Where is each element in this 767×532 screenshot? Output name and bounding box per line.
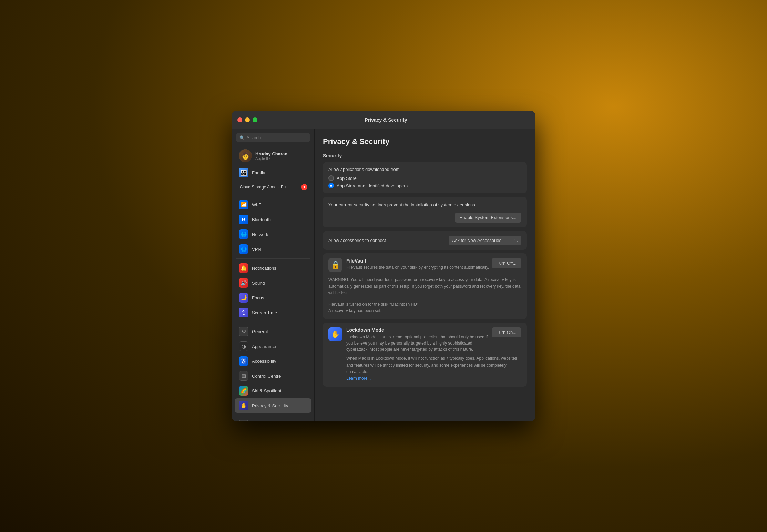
filevault-icon-area: 🔒 FileVault FileVault secures the data o… <box>328 258 489 272</box>
accessories-card: Allow accessories to connect Ask for New… <box>323 231 527 250</box>
title-bar: Privacy & Security <box>232 111 535 129</box>
sidebar-item-controlcentre[interactable]: ▤ Control Centre <box>235 369 311 383</box>
avatar: 🧑 <box>239 149 252 162</box>
filevault-icon: 🔒 <box>328 258 342 272</box>
sidebar-item-notifications[interactable]: 🔔 Notifications <box>235 261 311 275</box>
sidebar-item-privacy-label: Privacy & Security <box>252 403 288 408</box>
radio-developers-label: App Store and identified developers <box>337 183 408 188</box>
bluetooth-icon: B <box>239 215 248 224</box>
radio-appstore-btn[interactable] <box>328 175 334 181</box>
family-icon: 👨‍👩‍👧 <box>239 168 248 177</box>
siri-icon: 🌈 <box>239 386 248 396</box>
sidebar-item-privacy[interactable]: ✋ Privacy & Security <box>235 398 311 413</box>
filevault-header: 🔒 FileVault FileVault secures the data o… <box>323 253 527 277</box>
sidebar-item-accessibility-label: Accessibility <box>252 359 276 364</box>
sidebar-item-screentime-label: Screen Time <box>252 310 277 315</box>
radio-appstore[interactable]: App Store <box>328 175 521 181</box>
accessories-select[interactable]: Ask for New Accessories Automatically Wh… <box>449 236 521 245</box>
sidebar-divider-1 <box>236 195 310 195</box>
enable-extensions-button[interactable]: Enable System Extensions... <box>455 213 521 223</box>
user-profile[interactable]: 🧑 Hruday Charan Apple ID <box>235 146 311 165</box>
sidebar-item-appearance-label: Appearance <box>252 344 276 349</box>
sidebar-item-siri[interactable]: 🌈 Siri & Spotlight <box>235 383 311 398</box>
appearance-icon: ◑ <box>239 341 248 351</box>
allow-apps-title: Allow applications downloaded from <box>328 167 521 172</box>
accessories-label: Allow accessories to connect <box>328 238 386 243</box>
system-preferences-window: Privacy & Security 🔍 🧑 Hruday Char <box>232 111 535 421</box>
filevault-info: FileVault FileVault secures the data on … <box>346 258 489 270</box>
accessories-select-wrapper[interactable]: Ask for New Accessories Automatically Wh… <box>449 236 521 245</box>
filevault-status2: A recovery key has been set. <box>328 308 381 313</box>
privacy-icon: ✋ <box>239 401 248 410</box>
lockdown-turnon-button[interactable]: Turn On... <box>492 327 521 337</box>
desktop-icon: 🖥 <box>239 420 248 421</box>
lockdown-name: Lockdown Mode <box>346 327 492 333</box>
sound-icon: 🔊 <box>239 278 248 288</box>
lockdown-icon: ✋ <box>328 327 342 341</box>
general-icon: ⚙ <box>239 327 248 336</box>
sidebar-item-network[interactable]: 🌐 Network <box>235 227 311 242</box>
radio-appstore-developers[interactable]: App Store and identified developers <box>328 183 521 188</box>
filevault-status: FileVault is turned on for the disk "Mac… <box>323 301 527 319</box>
user-name: Hruday Charan <box>255 151 287 156</box>
sidebar-item-focus[interactable]: 🌙 Focus <box>235 290 311 305</box>
radio-developers-btn[interactable] <box>328 183 334 188</box>
main-panel: Privacy & Security Security Allow applic… <box>315 129 535 421</box>
focus-icon: 🌙 <box>239 293 248 303</box>
sidebar-item-general-label: General <box>252 329 268 334</box>
panel-title: Privacy & Security <box>323 137 527 146</box>
sidebar-item-bluetooth[interactable]: B Bluetooth <box>235 212 311 227</box>
lockdown-info: Lockdown Mode Lockdown Mode is an extrem… <box>346 327 492 352</box>
sidebar-item-focus-label: Focus <box>252 295 264 300</box>
allow-apps-section: Allow applications downloaded from App S… <box>323 162 527 193</box>
sidebar-item-general[interactable]: ⚙ General <box>235 324 311 339</box>
icloud-alert-text: iCloud Storage Almost Full <box>239 185 287 190</box>
sidebar-item-desktop[interactable]: 🖥 Desktop & Dock <box>235 417 311 421</box>
security-section-title: Security <box>323 153 527 158</box>
network-icon: 🌐 <box>239 229 248 239</box>
sidebar-item-controlcentre-label: Control Centre <box>252 374 281 379</box>
sidebar-item-wifi-label: Wi-Fi <box>252 202 262 207</box>
warning-text: Your current security settings prevent t… <box>328 202 521 208</box>
sidebar-divider-3 <box>236 322 310 322</box>
lockdown-header: ✋ Lockdown Mode Lockdown Mode is an extr… <box>323 323 527 355</box>
sidebar-divider-2 <box>236 258 310 259</box>
sidebar: 🔍 🧑 Hruday Charan Apple ID <box>232 129 315 421</box>
filevault-card: 🔒 FileVault FileVault secures the data o… <box>323 253 527 319</box>
sidebar-item-sound-label: Sound <box>252 280 265 286</box>
sidebar-item-wifi[interactable]: 📶 Wi-Fi <box>235 197 311 212</box>
content-area: 🔍 🧑 Hruday Charan Apple ID <box>232 129 535 421</box>
filevault-turnoff-button[interactable]: Turn Off... <box>492 258 521 268</box>
radio-appstore-label: App Store <box>337 176 357 181</box>
sidebar-item-appearance[interactable]: ◑ Appearance <box>235 339 311 354</box>
lockdown-extra: When Mac is in Lockdown Mode, it will no… <box>323 355 527 387</box>
lockdown-extra-text: When Mac is in Lockdown Mode, it will no… <box>346 356 517 374</box>
icloud-alert[interactable]: iCloud Storage Almost Full 1 <box>235 181 311 193</box>
accessories-row: Allow accessories to connect Ask for New… <box>323 231 527 250</box>
search-container: 🔍 <box>232 133 314 146</box>
filevault-warning: WARNING: You will need your login passwo… <box>323 277 527 301</box>
sidebar-item-sound[interactable]: 🔊 Sound <box>235 276 311 290</box>
system-extensions-card: Your current security settings prevent t… <box>323 197 527 227</box>
search-input[interactable] <box>247 135 307 140</box>
learn-more-link[interactable]: Learn more... <box>346 376 371 381</box>
sidebar-item-family[interactable]: 👨‍👩‍👧 Family <box>235 165 311 180</box>
filevault-name: FileVault <box>346 258 489 264</box>
search-icon: 🔍 <box>239 135 245 140</box>
search-wrapper[interactable]: 🔍 <box>236 133 310 142</box>
sidebar-item-bluetooth-label: Bluetooth <box>252 217 271 222</box>
user-subtitle: Apple ID <box>255 156 287 161</box>
close-button[interactable] <box>237 117 242 122</box>
lockdown-card: ✋ Lockdown Mode Lockdown Mode is an extr… <box>323 323 527 387</box>
allow-apps-card: Allow applications downloaded from App S… <box>323 162 527 193</box>
icloud-badge: 1 <box>301 184 307 190</box>
sidebar-item-screentime[interactable]: ⏱ Screen Time <box>235 305 311 320</box>
window-title: Privacy & Security <box>242 117 530 123</box>
lockdown-icon-area: ✋ Lockdown Mode Lockdown Mode is an extr… <box>328 327 492 352</box>
user-info: Hruday Charan Apple ID <box>255 151 287 161</box>
wifi-icon: 📶 <box>239 200 248 209</box>
warning-section: Your current security settings prevent t… <box>323 197 527 227</box>
filevault-status1: FileVault is turned on for the disk "Mac… <box>328 302 419 307</box>
sidebar-item-accessibility[interactable]: ♿ Accessibility <box>235 354 311 368</box>
sidebar-item-vpn[interactable]: 🌐 VPN <box>235 242 311 256</box>
